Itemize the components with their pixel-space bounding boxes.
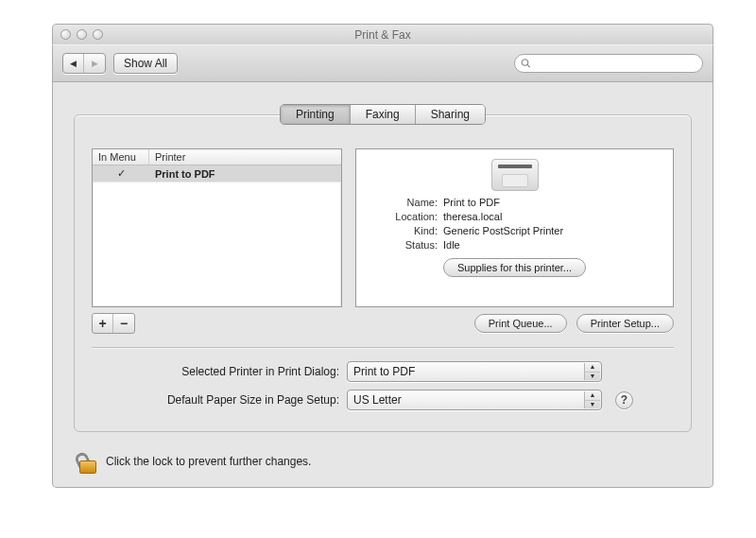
plus-icon: + [98,316,106,331]
printer-list[interactable]: In Menu Printer ✓ Print to PDF [92,148,342,307]
back-icon: ◀ [70,59,77,68]
add-remove-segment: + − [92,313,135,334]
paper-size-label: Default Paper Size in Page Setup: [92,393,347,407]
prefpane-window: Print & Fax ◀ ▶ Show All Printing Faxing… [52,24,713,488]
lock-row: Click the lock to prevent further change… [77,449,692,474]
tab-faxing[interactable]: Faxing [351,105,416,124]
pane-body: Printing Faxing Sharing In Menu Printer … [52,82,713,488]
paper-size-popup[interactable]: US Letter ▲ ▼ [347,390,602,410]
check-icon: ✓ [117,167,126,179]
mode-tabs: Printing Faxing Sharing [75,104,691,125]
tab-printing[interactable]: Printing [281,105,351,124]
nav-segmented: ◀ ▶ [62,53,106,74]
label-status: Status: [371,239,438,251]
content-frame: Printing Faxing Sharing In Menu Printer … [74,114,692,432]
printer-detail: Name: Print to PDF Location: theresa.loc… [355,148,674,307]
col-printer[interactable]: Printer [149,149,341,165]
printer-name-cell: Print to PDF [149,168,341,180]
popup-stepper: ▲ ▼ [584,363,600,380]
printer-list-header: In Menu Printer [93,149,341,165]
col-in-menu[interactable]: In Menu [93,149,149,165]
forward-button[interactable]: ▶ [84,54,105,73]
printer-info: Name: Print to PDF Location: theresa.loc… [371,197,658,251]
label-name: Name: [371,197,438,208]
toolbar: ◀ ▶ Show All [52,44,713,82]
lock-text: Click the lock to prevent further change… [106,455,311,468]
minus-icon: − [120,316,128,331]
show-all-button[interactable]: Show All [113,53,178,74]
search-field[interactable] [514,54,703,73]
printer-list-row[interactable]: ✓ Print to PDF [93,165,341,182]
value-kind: Generic PostScript Printer [443,225,658,236]
selected-printer-row: Selected Printer in Print Dialog: Print … [92,361,674,382]
paper-size-row: Default Paper Size in Page Setup: US Let… [92,390,674,410]
paper-size-value: US Letter [353,393,402,407]
forward-icon: ▶ [92,59,98,68]
lock-button[interactable] [77,449,98,474]
search-icon [521,58,531,69]
value-status: Idle [443,239,658,251]
add-printer-button[interactable]: + [93,314,113,333]
label-location: Location: [371,211,438,222]
value-location: theresa.local [443,211,658,222]
selected-printer-label: Selected Printer in Print Dialog: [92,365,347,378]
value-name: Print to PDF [443,197,658,208]
window-title: Print & Fax [53,28,713,42]
printer-icon [491,159,539,191]
in-menu-checkbox[interactable]: ✓ [93,167,149,180]
printer-setup-button[interactable]: Printer Setup... [576,314,674,333]
list-actions-row: + − Print Queue... Printer Setup... [92,313,674,334]
popup-stepper: ▲ ▼ [584,391,600,408]
tab-sharing[interactable]: Sharing [416,105,485,124]
help-button[interactable]: ? [615,391,633,409]
supplies-button[interactable]: Supplies for this printer... [443,258,586,277]
selected-printer-value: Print to PDF [353,365,415,378]
selected-printer-popup[interactable]: Print to PDF ▲ ▼ [347,361,602,382]
back-button[interactable]: ◀ [63,54,84,73]
search-input[interactable] [535,57,696,70]
separator [92,347,674,348]
titlebar: Print & Fax [52,24,713,44]
print-queue-button[interactable]: Print Queue... [474,314,567,333]
split-view: In Menu Printer ✓ Print to PDF Name: P [92,148,674,307]
label-kind: Kind: [371,225,438,236]
help-icon: ? [621,393,627,407]
remove-printer-button[interactable]: − [113,314,134,333]
